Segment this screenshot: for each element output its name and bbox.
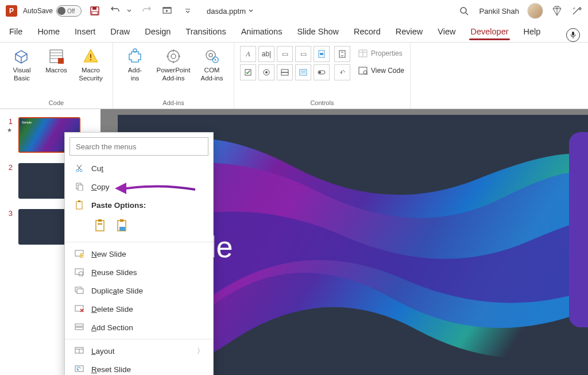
com-addins-icon	[203, 47, 221, 65]
tab-record[interactable]: Record	[353, 22, 382, 42]
ctx-layout[interactable]: Layout 〉	[65, 342, 213, 360]
combobox-control[interactable]	[277, 64, 293, 80]
properties-icon	[358, 49, 368, 57]
svg-rect-68	[77, 289, 83, 293]
title-bar: P AutoSave Off dasda.pptm Pankil Shah	[0, 0, 588, 22]
tab-design[interactable]: Design	[144, 22, 172, 42]
svg-point-46	[76, 169, 79, 172]
undo-dropdown[interactable]	[125, 3, 133, 18]
slide-number-2: 2	[6, 163, 13, 172]
svg-point-18	[171, 54, 176, 59]
powerpoint-addins-icon	[164, 47, 183, 65]
paste-options-row	[65, 214, 213, 239]
addins-button[interactable]: Add-ins	[119, 46, 151, 98]
layout-icon	[74, 346, 84, 356]
more-controls[interactable]	[334, 64, 350, 80]
context-search-input[interactable]	[69, 137, 208, 156]
view-code-button[interactable]: View Code	[358, 63, 404, 78]
paste-use-destination-theme[interactable]	[92, 218, 109, 234]
command-button-control[interactable]: ▭	[277, 46, 293, 62]
textbox-control[interactable]: ab|	[258, 46, 274, 62]
qat-customize-dropdown[interactable]	[180, 3, 195, 18]
save-button[interactable]	[87, 3, 102, 18]
autosave-label: AutoSave	[23, 7, 53, 15]
paste-icon	[74, 200, 84, 210]
svg-rect-55	[98, 219, 102, 222]
tab-insert[interactable]: Insert	[74, 22, 96, 42]
option-button-control[interactable]	[258, 64, 274, 80]
ribbon-group-controls: A ab| ▭ ▭ Properties	[234, 42, 411, 109]
macro-security-button[interactable]: Macro Security	[75, 46, 107, 98]
scrollbar-control[interactable]	[314, 46, 330, 62]
tab-home[interactable]: Home	[36, 22, 61, 42]
ctx-delete-slide[interactable]: Delete Slide	[65, 300, 213, 318]
powerpoint-addins-button[interactable]: PowerPointAdd-ins	[153, 46, 194, 98]
delete-slide-icon	[74, 304, 84, 314]
properties-button[interactable]: Properties	[358, 46, 404, 61]
present-button[interactable]	[160, 3, 175, 18]
diamond-icon[interactable]	[551, 5, 563, 17]
listbox-control[interactable]	[295, 64, 311, 80]
slide-number-1: 1	[6, 117, 13, 126]
svg-rect-33	[281, 72, 288, 75]
svg-rect-52	[76, 202, 82, 209]
copy-label: Copy	[91, 183, 110, 191]
ctx-cut[interactable]: Cut	[65, 159, 213, 177]
svg-rect-2	[92, 11, 98, 14]
add-section-label: Add Section	[91, 323, 133, 332]
checkbox-control[interactable]	[240, 64, 256, 80]
ctx-add-section[interactable]: Add Section	[65, 318, 213, 337]
avatar[interactable]	[527, 3, 543, 19]
reuse-slides-label: Reuse Slides	[91, 268, 137, 277]
visual-basic-button[interactable]: Visual Basic	[6, 46, 38, 98]
ctx-copy[interactable]: Copy	[65, 177, 213, 196]
tab-review[interactable]: Review	[394, 22, 424, 42]
svg-point-26	[215, 59, 216, 61]
tab-help[interactable]: Help	[523, 22, 542, 42]
context-menu-search[interactable]	[69, 137, 208, 156]
slide-number-3: 3	[6, 209, 13, 218]
macros-button[interactable]: Macros	[40, 46, 72, 98]
duplicate-slide-icon	[74, 285, 84, 296]
autosave-switch[interactable]: Off	[56, 5, 82, 17]
svg-point-31	[265, 71, 268, 74]
tab-animations[interactable]: Animations	[240, 22, 284, 42]
tab-transitions[interactable]: Transitions	[184, 22, 227, 42]
ctx-new-slide[interactable]: New Slide	[65, 245, 213, 263]
dictate-button[interactable]	[566, 28, 580, 42]
tab-developer[interactable]: Developer	[469, 22, 509, 42]
addins-label: Add-ins	[128, 67, 142, 83]
powerpoint-addins-label: PowerPointAdd-ins	[157, 67, 191, 83]
svg-point-65	[79, 272, 83, 276]
redo-button[interactable]	[139, 3, 154, 18]
tab-draw[interactable]: Draw	[109, 22, 131, 42]
toggle-button-control[interactable]	[314, 64, 330, 80]
paste-keep-source-formatting[interactable]	[114, 218, 130, 234]
macros-label: Macros	[45, 67, 67, 75]
autosave-toggle[interactable]: AutoSave Off	[23, 5, 82, 17]
tab-file[interactable]: File	[8, 22, 24, 42]
svg-rect-77	[75, 366, 83, 372]
thumb-text-1: Sample	[22, 121, 32, 124]
chevron-down-icon	[248, 8, 254, 14]
ctx-duplicate-slide[interactable]: Duplicate Slide	[65, 281, 213, 300]
image-control[interactable]: ▭	[295, 46, 311, 62]
design-ideas-icon[interactable]	[571, 5, 582, 17]
macro-security-label: Macro Security	[79, 67, 103, 83]
svg-rect-73	[75, 327, 83, 330]
ctx-reuse-slides[interactable]: Reuse Slides	[65, 263, 213, 281]
ribbon-group-addins: Add-ins PowerPointAdd-ins COMAdd-ins Add…	[113, 42, 234, 109]
filename-group[interactable]: dasda.pptm	[207, 7, 254, 16]
svg-rect-72	[75, 324, 83, 326]
delete-slide-label: Delete Slide	[91, 305, 133, 314]
tab-view[interactable]: View	[436, 22, 457, 42]
label-control[interactable]: A	[240, 46, 256, 62]
spin-button-control[interactable]	[334, 46, 350, 62]
undo-button[interactable]	[108, 3, 123, 18]
com-addins-button[interactable]: COMAdd-ins	[196, 46, 228, 98]
tab-slide-show[interactable]: Slide Show	[296, 22, 340, 42]
addins-group-label: Add-ins	[119, 98, 228, 106]
ctx-reset-slide[interactable]: Reset Slide	[65, 360, 213, 375]
svg-point-23	[206, 51, 215, 60]
search-button[interactable]	[457, 3, 471, 18]
